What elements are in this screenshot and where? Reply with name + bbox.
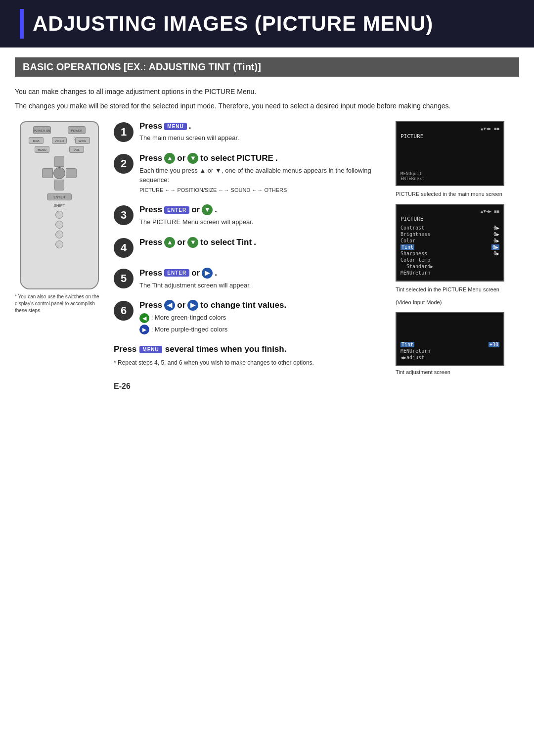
step-6-right-icon: ▶ (187, 300, 198, 311)
tint-adjust-row: Tint +30 (400, 342, 499, 347)
final-section: Press MENU several times when you finish… (114, 344, 386, 367)
circle-2 (55, 221, 63, 229)
contrast-row: Contrast 0▶ (400, 225, 499, 231)
wide-btn: WIDE (75, 137, 90, 144)
step-6-to-change: to change tint values. (200, 300, 286, 310)
step-5-circle: 5 (114, 269, 134, 288)
brightness-row: Brightness 0▶ (400, 232, 499, 237)
step-3-sub: The PICTURE Menu screen will appear. (139, 217, 386, 227)
step-2-row: 2 Press ▲ or ▼ to select PICTURE . Each … (114, 153, 386, 195)
step-2-up-arrow-icon: ▲ (164, 153, 175, 164)
screen-header-icons: ▲▼◀▶ ◼◼ (400, 126, 499, 131)
step-4-up-arrow-icon: ▲ (164, 237, 175, 248)
rgb-btn: RGB (29, 137, 44, 144)
remote-dpad (42, 156, 77, 190)
intro-text-2: The changes you make will be stored for … (15, 101, 519, 111)
remote-menu-vol: MENU VOL (25, 146, 94, 153)
enter-btn: ENTER (47, 193, 72, 200)
step-1-sub: The main menu screen will appear. (139, 133, 386, 143)
green-circle-icon: ◀ (139, 313, 149, 323)
step-5-right-icon: ▶ (202, 268, 213, 279)
tint-menu-return-row: MENUreturn (400, 348, 499, 354)
step-3-circle: 3 (114, 205, 134, 225)
step-3-press-label: Press (139, 205, 162, 215)
step-5-row: 5 Press ENTER or ▶ . The Tint adjustment… (114, 268, 386, 290)
blue-circle-icon: ▶ (139, 325, 149, 334)
shift-label: SHIFT (25, 203, 94, 208)
step-4-down-arrow-icon: ▼ (187, 237, 198, 248)
tint-adjust-screen: Tint +30 MENUreturn ◀▶adjust (396, 312, 504, 366)
step-3-row: 3 Press ENTER or ▼ . The PICTURE Menu sc… (114, 204, 386, 227)
step-5-main-line: Press ENTER or ▶ . (139, 268, 386, 279)
dpad-center (53, 167, 65, 179)
remote-control-image: POWER ON POWER OFF RGB VIDEO WIDE MENU V… (20, 121, 99, 289)
page-title: ADJUSTING IMAGES (PICTURE MENU) (33, 12, 433, 36)
remote-mid-buttons: RGB VIDEO WIDE (25, 137, 94, 144)
tint-adjust-label-row: ◀▶adjust (400, 355, 499, 360)
power-on-btn: POWER ON (33, 126, 51, 134)
step-6-main-line: Press ◀ or ▶ to change tint values. (139, 300, 386, 311)
step-3-or: or (191, 205, 200, 215)
section-header: BASIC OPERATIONS [EX.: ADJUSTING TINT (T… (15, 57, 519, 77)
step-2-main-line: Press ▲ or ▼ to select PICTURE . (139, 153, 386, 164)
main-menu-caption: PICTURE selected in the main menu screen (396, 191, 519, 197)
step-2-sequence: PICTURE ←→ POSITION/SIZE ←→ SOUND ←→ OTH… (139, 187, 287, 193)
step-1-content: Press MENU . The main menu screen will a… (139, 121, 386, 143)
step-4-content: Press ▲ or ▼ to select Tint . (139, 237, 386, 250)
body-content: You can make changes to all image adjust… (0, 87, 534, 391)
step-6-content: Press ◀ or ▶ to change tint values. ◀ : … (139, 300, 386, 334)
page-title-bar: ADJUSTING IMAGES (PICTURE MENU) (0, 0, 534, 47)
dpad-right (66, 168, 77, 178)
step-5-sub: The Tint adjustment screen will appear. (139, 281, 386, 290)
circle-4 (55, 240, 63, 248)
step-6-row: 6 Press ◀ or ▶ to change tint values. ◀ … (114, 300, 386, 334)
step-6-press-label: Press (139, 300, 162, 310)
step-2-sub: Each time you press ▲ or ▼, one of the a… (139, 166, 386, 195)
remote-circles (25, 211, 94, 248)
menu-btn: MENU (35, 146, 49, 153)
tint-screen-caption: Tint adjustment screen (396, 369, 519, 375)
step-3-main-line: Press ENTER or ▼ . (139, 204, 386, 215)
picture-menu-rows: Contrast 0▶ Brightness 0▶ Color 0▶ Tint … (400, 225, 499, 276)
tint-row: Tint 0▶ (400, 244, 499, 250)
dpad-up (54, 156, 64, 167)
step-5-content: Press ENTER or ▶ . The Tint adjustment s… (139, 268, 386, 290)
remote-top-buttons: POWER ON POWER OFF (25, 126, 94, 134)
menu-return-row: MENUreturn (400, 270, 499, 276)
step-1-press-label: Press (139, 121, 162, 131)
step-4-press-label: Press (139, 237, 162, 247)
step-3-content: Press ENTER or ▼ . The PICTURE Menu scre… (139, 204, 386, 227)
step-2-to-select: to select (200, 153, 234, 163)
screen-spacer (400, 142, 499, 167)
step-6-purple-sub: ▶ : More purple-tinged colors (139, 325, 386, 335)
circle-3 (55, 231, 63, 238)
vol-btn: VOL (69, 146, 84, 153)
step-4-to-select: to select (200, 237, 234, 247)
step-1-row: 1 Press MENU . The main menu screen will… (114, 121, 386, 143)
main-menu-screen: ▲▼◀▶ ◼◼ PICTURE MENUquit ENTERnext (396, 121, 504, 186)
left-column: POWER ON POWER OFF RGB VIDEO WIDE MENU V… (15, 121, 104, 391)
step-4-item: Tint (236, 237, 252, 247)
page-number: E-26 (114, 382, 386, 391)
power-off-btn: POWER OFF (68, 126, 86, 134)
dpad-left (42, 168, 53, 178)
step-2-press-label: Press (139, 153, 162, 163)
step-3-enter-btn: ENTER (164, 206, 189, 214)
step-6-or: or (177, 300, 185, 310)
step-6-green-sub: ◀ : More green-tinged colors (139, 313, 386, 323)
screen-footer: MENUquit ENTERnext (400, 171, 499, 181)
step-2-down-arrow-icon: ▼ (187, 153, 198, 164)
sharpness-row: Sharpness 0▶ (400, 251, 499, 256)
step-4-row: 4 Press ▲ or ▼ to select Tint . (114, 237, 386, 258)
step-3-down-icon: ▼ (202, 204, 213, 215)
repeat-note: * Repeat steps 4, 5, and 6 when you wish… (114, 358, 386, 367)
middle-column: 1 Press MENU . The main menu screen will… (114, 121, 386, 391)
step-6-left-icon: ◀ (164, 300, 175, 311)
final-press-label: Press (114, 344, 136, 354)
intro-text-1: You can make changes to all image adjust… (15, 87, 519, 97)
final-press-line: Press MENU several times when you finish… (114, 344, 386, 354)
picture-screen-header: ▲▼◀▶ ◼◼ (400, 209, 499, 214)
video-btn: VIDEO (52, 137, 67, 144)
dpad-down (54, 180, 64, 190)
main-layout: POWER ON POWER OFF RGB VIDEO WIDE MENU V… (15, 121, 519, 391)
